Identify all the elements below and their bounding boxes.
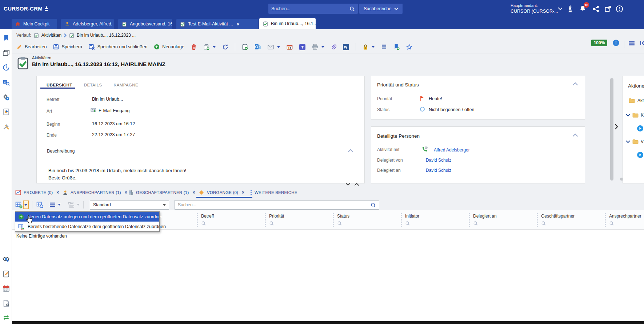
column-header[interactable]: Delegiert an	[469, 212, 497, 227]
teams-icon[interactable]	[299, 44, 305, 50]
column-filter-icon[interactable]	[269, 221, 274, 226]
menu-item-new-record[interactable]: Neuen Datensatz anlegen und dem geöffnet…	[15, 212, 159, 222]
collapse-up-chevron-icon[interactable]	[354, 183, 359, 186]
delete-trash-icon[interactable]	[191, 44, 197, 50]
column-header[interactable]: Geschäftspartner	[537, 212, 575, 227]
document-settings-icon[interactable]	[2, 299, 10, 307]
breadcrumb-item[interactable]: Aktivitäten	[41, 33, 61, 38]
table-search-icon[interactable]	[36, 201, 44, 209]
email-button[interactable]	[268, 45, 280, 49]
lock-button[interactable]	[363, 44, 375, 50]
first-page-icon[interactable]	[640, 40, 644, 46]
related-tab-projekte[interactable]: PROJEKTE (0) ×	[15, 187, 59, 198]
column-filter-icon[interactable]	[405, 221, 410, 226]
column-header[interactable]: Betreff	[197, 212, 214, 227]
history-icon[interactable]	[2, 63, 10, 72]
tab-mein-cockpit[interactable]: Mein Cockpit	[12, 19, 57, 29]
description-text[interactable]: Bin noch bis 20.03.2018 im Urlaub, melde…	[48, 167, 186, 183]
field-value-betreff[interactable]: Bin im Urlaub...	[92, 97, 123, 102]
column-header[interactable]: Ansprechpartner	[605, 212, 641, 227]
process-gear-play-icon[interactable]	[2, 93, 10, 101]
share-icon[interactable]	[591, 4, 600, 13]
view-menu-icon[interactable]	[48, 201, 56, 209]
search-list-icon[interactable]	[2, 78, 10, 86]
new-record-button[interactable]: Neuanlage	[154, 44, 184, 50]
menu-hamburger-icon[interactable]	[628, 40, 635, 46]
grid-search-input[interactable]	[178, 202, 371, 207]
close-icon[interactable]: ×	[237, 22, 240, 27]
add-record-dropdown-button[interactable]	[23, 201, 29, 209]
tab-kampagne[interactable]: KAMPAGNE	[114, 83, 139, 87]
actions-group-item[interactable]: K	[626, 113, 644, 118]
watchlist-eye-star-icon[interactable]	[2, 255, 10, 263]
close-icon[interactable]: ×	[192, 190, 195, 195]
related-tab-weitere-bereiche[interactable]: WEITERE BEREICHE	[250, 187, 297, 198]
view-selector-combobox[interactable]: Standard	[90, 200, 169, 210]
activity-check-toolbar-icon[interactable]	[242, 44, 248, 50]
related-tab-geschaeftspartner[interactable]: GESCHÄFTSPARTNER (1) ×	[128, 187, 195, 198]
grid-search[interactable]	[175, 200, 379, 210]
field-value-beginn[interactable]: 16.12.2023 um 16:12	[92, 121, 135, 126]
breadcrumb-item-current[interactable]: Bin im Urlaub..., 16.12.2023 ...	[77, 33, 136, 38]
notes-clipboard-pencil-icon[interactable]	[2, 270, 10, 278]
column-filter-icon[interactable]	[473, 221, 478, 226]
bookmark-icon[interactable]	[2, 33, 10, 42]
column-drag-handle[interactable]	[333, 213, 334, 227]
column-drag-handle[interactable]	[197, 213, 198, 227]
close-icon[interactable]: ×	[242, 190, 244, 195]
column-header[interactable]: Status	[333, 212, 349, 227]
paperclip-icon[interactable]	[331, 44, 336, 50]
run-action-play-icon[interactable]	[637, 125, 644, 132]
database-stack-icon[interactable]	[381, 44, 387, 50]
open-external-icon[interactable]	[603, 4, 612, 13]
priority-value[interactable]: Heute!	[429, 96, 442, 101]
refresh-icon[interactable]	[222, 44, 228, 50]
vertical-scrollbar[interactable]	[610, 78, 613, 181]
tab-uebersicht[interactable]: ÜBERSICHT	[47, 83, 72, 87]
field-value-art[interactable]: E-Mail-Eingang	[99, 108, 129, 113]
person-link[interactable]: David Schulz	[426, 158, 451, 163]
sync-arrows-icon[interactable]	[2, 313, 10, 321]
column-header[interactable]: Initiator	[401, 212, 419, 227]
print-button[interactable]	[312, 44, 324, 50]
column-filter-icon[interactable]	[201, 221, 206, 226]
global-search[interactable]	[268, 4, 358, 14]
status-value[interactable]: Nicht begonnen / offen	[429, 107, 475, 112]
chevron-down-icon[interactable]	[626, 114, 630, 117]
tenant-selector[interactable]: Hauptmandant: CURSOR (CURSOR-...	[511, 3, 558, 14]
chevron-down-icon[interactable]	[58, 204, 61, 206]
bookmark-add-icon[interactable]	[393, 44, 400, 50]
column-drag-handle[interactable]	[401, 213, 402, 227]
column-filter-icon[interactable]	[541, 221, 546, 226]
tab-adelsberger[interactable]: Adelsberger, Alfred, ... ×	[61, 19, 114, 29]
menu-item-assign-existing[interactable]: Bereits bestehende Datensätze dem geöffn…	[15, 222, 159, 231]
chevron-down-icon[interactable]	[372, 46, 375, 48]
expand-actions-chevron-icon[interactable]	[615, 124, 618, 130]
person-link[interactable]: Alfred Adelsberger	[434, 147, 470, 153]
windows-icon[interactable]	[2, 49, 10, 57]
actions-folder-item[interactable]: Aktiv	[629, 98, 644, 103]
tools-icon[interactable]	[2, 122, 10, 131]
collapse-down-chevron-icon[interactable]	[345, 183, 351, 186]
tab-test-email-aktivitaet[interactable]: Test E-Mail-Aktivität ... ×	[176, 19, 258, 29]
search-icon[interactable]	[349, 6, 355, 12]
tab-details[interactable]: DETAILS	[84, 83, 102, 87]
tab-bin-im-urlaub[interactable]: Bin im Urlaub..., 16.1... ×	[259, 18, 316, 29]
more-info-icon[interactable]	[615, 4, 624, 13]
search-scopes-button[interactable]: Suchbereiche	[359, 4, 403, 14]
favorite-star-icon[interactable]	[406, 44, 412, 50]
info-icon[interactable]	[612, 39, 620, 46]
lighthouse-icon[interactable]	[566, 4, 575, 13]
save-and-close-button[interactable]: Speichern und schließen	[89, 44, 148, 50]
related-tab-ansprechpartner[interactable]: ANSPRECHPARTNER (1) ×	[63, 187, 127, 198]
field-value-ende[interactable]: 22.12.2023 um 17:27	[92, 132, 135, 137]
close-icon[interactable]: ×	[125, 190, 127, 195]
tab-angebotsversand[interactable]: Angebotsversand, 16... ×	[118, 19, 172, 29]
column-drag-handle[interactable]	[605, 213, 606, 227]
collapse-section-icon[interactable]	[348, 149, 353, 153]
chevron-down-icon[interactable]	[321, 46, 324, 48]
word-icon[interactable]	[343, 44, 349, 50]
global-search-input[interactable]	[271, 6, 349, 11]
column-drag-handle[interactable]	[469, 213, 470, 227]
column-filter-icon[interactable]	[337, 221, 342, 226]
